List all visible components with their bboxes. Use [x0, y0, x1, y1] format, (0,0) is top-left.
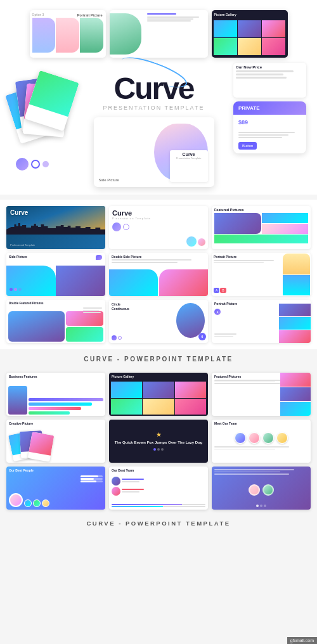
dark-slide-fox: ★ The Quick Brown Fox Jumps Over The Laz…: [109, 420, 208, 463]
double-featured-label: Double Featured Pictures: [9, 302, 103, 305]
avatar-4: [276, 432, 288, 444]
our-new-price-slide: Our New Price: [233, 63, 306, 98]
top-slide-2: [110, 10, 208, 58]
business-label: Business Features: [9, 375, 103, 378]
slide-inner-sub: Presentation Template: [172, 157, 206, 160]
footer-label: CURVE - POWERPOINT TEMPLATE: [0, 515, 317, 533]
team-avatars: [212, 428, 311, 445]
team-label: Meet Our Team: [214, 422, 308, 425]
hero-section: Option 3 Portrait Picture: [0, 0, 317, 195]
section-dark: Business Features: [0, 368, 317, 515]
curve-white-label: Curve: [112, 209, 205, 217]
avatar-2: [249, 432, 260, 444]
grid-slide-portrait-right: Portrait Picture 4: [212, 300, 311, 343]
dark-slide-quote: [212, 467, 311, 510]
new-price-label: Our New Price: [236, 65, 304, 69]
picture-gallery-label: Picture Gallery: [214, 13, 285, 16]
creative-label: Creative Picture: [9, 422, 103, 425]
fox-slide-inner: ★ The Quick Brown Fox Jumps Over The Laz…: [109, 420, 208, 463]
top-slide-3: Picture Gallery: [212, 10, 288, 58]
grid-slide-white-curve: Curve Presentation Template: [109, 206, 208, 249]
top-slide-1: Option 3 Portrait Picture: [30, 10, 106, 58]
gallery-label: Picture Gallery: [112, 375, 205, 378]
slide-inner-brand: Curve: [172, 152, 206, 157]
dark-slide-best-team: Our Best Team: [109, 467, 208, 510]
main-preview-slide: Side Picture Curve Presentation Template: [94, 117, 214, 187]
section-label-1: CURVE - POWERPOINT TEMPLATE: [0, 349, 317, 368]
curve-blue-sub: Professional Template: [10, 243, 35, 247]
pricing-header: PRIVATE: [233, 101, 306, 115]
badge-pink: B: [220, 288, 226, 293]
portrait-label: Portrait Picture: [214, 255, 280, 259]
brand-subtitle: Presentation Template: [84, 105, 224, 111]
grid-slide-blue-curve: Curve Professional Template: [6, 206, 105, 249]
curve-white-sub: Presentation Template: [112, 217, 205, 220]
side-picture-title: Side Picture: [9, 255, 103, 259]
dark-slide-featured: Featured Pictures: [212, 373, 311, 416]
fox-text: The Quick Brown Fox Jumps Over The Lazy …: [115, 440, 203, 445]
pricing-button[interactable]: Button: [238, 142, 257, 150]
grid-slide-side-picture: Side Picture: [6, 253, 105, 296]
slides-grid-section: Curve Professional Template Curve Presen…: [0, 200, 317, 349]
grid-slide-featured: Featured Pictures: [212, 206, 311, 249]
number-badge-2: 4: [214, 309, 221, 315]
best-team-label: Our Best Team: [112, 468, 205, 472]
polaroid-section: [11, 63, 74, 171]
number-badge: 6: [198, 333, 206, 340]
avatar-1: [235, 432, 246, 444]
badge-purple: A: [214, 288, 219, 293]
fox-star: ★: [156, 432, 162, 438]
best-people-label: Our Best People: [9, 468, 103, 472]
dark-slide-gallery: Picture Gallery: [109, 373, 208, 416]
grid-slide-circle: Circle Continuous 6: [109, 300, 208, 343]
circle-deco-row: [11, 158, 74, 171]
slide-label-portrait: Portrait Picture: [77, 13, 103, 17]
pricing-price: $89: [238, 119, 301, 132]
pricing-section: Our New Price PRIVATE $89 Button: [233, 63, 306, 153]
dark-slide-team: Meet Our Team: [212, 420, 311, 463]
quote-text: [214, 469, 308, 476]
pricing-amount: 89: [242, 119, 248, 126]
side-picture-label: Side Picture: [99, 178, 119, 182]
hero-main-row: Curve Presentation Template Side Picture…: [8, 63, 309, 187]
pricing-card: PRIVATE $89 Button: [233, 101, 306, 153]
grid-slide-portrait: Portrait Picture A B: [212, 253, 311, 296]
dark-slide-business: Business Features: [6, 373, 105, 416]
top-preview-row: Option 3 Portrait Picture: [8, 10, 309, 63]
hero-logo-center: Curve Presentation Template Side Picture…: [81, 63, 227, 187]
curve-blue-label: Curve: [10, 209, 28, 216]
page-wrapper: Option 3 Portrait Picture: [0, 0, 317, 533]
dark-slide-creative: Creative Picture: [6, 420, 105, 463]
double-side-label: Double Side Picture: [112, 255, 205, 259]
watermark: gfxmall.com: [287, 637, 317, 644]
dark-slide-best-people: Our Best People: [6, 467, 105, 510]
avatar-3: [262, 432, 274, 444]
featured-label: Featured Pictures: [214, 208, 308, 212]
grid-slide-double-featured: Double Featured Pictures: [6, 300, 105, 343]
slides-grid: Curve Professional Template Curve Presen…: [6, 206, 311, 343]
grid-slide-double-side: Double Side Picture: [109, 253, 208, 296]
dark-slides-grid: Business Features: [6, 373, 311, 510]
